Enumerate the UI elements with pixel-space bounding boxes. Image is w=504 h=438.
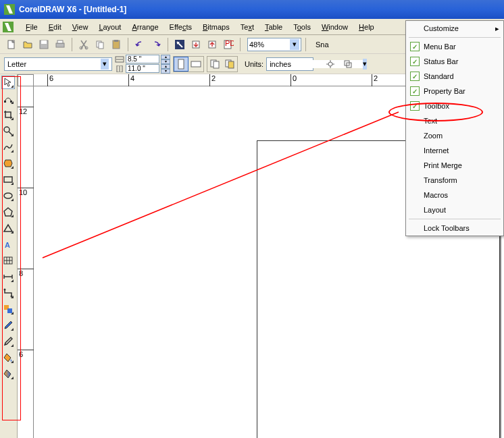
context-menu-bar[interactable]: ✓Menu Bar: [406, 39, 503, 54]
fill-tool[interactable]: [1, 351, 15, 364]
menu-window[interactable]: Window: [316, 21, 353, 33]
interactive-tool[interactable]: [1, 302, 15, 316]
context-status-bar[interactable]: ✓Status Bar: [406, 54, 503, 69]
app-icon: [4, 4, 15, 15]
menu-text[interactable]: Text: [235, 21, 259, 33]
open-button[interactable]: [20, 37, 35, 52]
context-text[interactable]: Text: [406, 113, 503, 128]
table-tool[interactable]: [1, 254, 15, 267]
menu-help[interactable]: Help: [353, 21, 380, 33]
basic-shapes-tool[interactable]: [1, 221, 15, 235]
context-zoom[interactable]: Zoom: [406, 128, 503, 143]
current-page-button[interactable]: [222, 57, 237, 72]
page-height-input[interactable]: [126, 64, 159, 73]
page-width-input[interactable]: [126, 55, 159, 63]
zoom-dropdown-arrow[interactable]: ▾: [290, 39, 299, 50]
zoom-combo[interactable]: ▾: [247, 38, 301, 51]
width-spinner[interactable]: ▴▾: [161, 55, 170, 63]
svg-rect-18: [178, 59, 184, 69]
vertical-ruler[interactable]: 12 10 8 6: [18, 86, 34, 438]
smart-fill-tool[interactable]: [1, 157, 15, 170]
ruler-v-tick: 10: [18, 188, 34, 196]
menu-view[interactable]: View: [67, 21, 94, 33]
units-combo[interactable]: ▾: [266, 57, 313, 71]
menu-layout[interactable]: Layout: [93, 21, 126, 33]
eyedropper-tool[interactable]: [1, 319, 15, 332]
cut-button[interactable]: [76, 37, 91, 52]
paste-button[interactable]: [109, 37, 124, 52]
context-toolbox[interactable]: ✓Toolbox: [406, 99, 503, 113]
duplicate-distance-button[interactable]: [341, 57, 355, 72]
context-lock-toolbars[interactable]: Lock Toolbars: [406, 221, 503, 236]
zoom-input[interactable]: [249, 40, 290, 49]
page-apply-group: [207, 56, 238, 72]
dimension-tool[interactable]: [1, 270, 15, 283]
menu-effects[interactable]: Effects: [164, 21, 197, 33]
context-transform[interactable]: Transform: [406, 173, 503, 188]
cm-label: Toolbox: [424, 102, 449, 110]
cm-label: Menu Bar: [424, 43, 456, 51]
freehand-tool[interactable]: [1, 140, 15, 154]
menu-tools[interactable]: Tools: [288, 21, 316, 33]
paper-dropdown-arrow[interactable]: ▾: [101, 59, 109, 70]
context-customize[interactable]: Customize ▸: [406, 21, 503, 36]
svg-point-38: [5, 344, 6, 345]
zoom-tool[interactable]: [1, 124, 15, 138]
svg-rect-10: [114, 40, 118, 42]
pick-tool[interactable]: [1, 76, 15, 89]
text-tool[interactable]: A: [1, 238, 15, 251]
polygon-tool[interactable]: [1, 205, 15, 219]
check-icon: ✓: [410, 57, 420, 66]
toolbox: A: [0, 74, 18, 438]
outline-tool[interactable]: [1, 335, 15, 348]
cm-label: Text: [424, 117, 437, 125]
interactive-fill-tool[interactable]: [1, 367, 15, 381]
landscape-button[interactable]: [188, 57, 203, 72]
menu-file[interactable]: File: [20, 21, 43, 33]
svg-rect-30: [4, 177, 12, 182]
publish-pdf-button[interactable]: PDF: [221, 37, 236, 52]
all-pages-button[interactable]: [207, 57, 222, 72]
context-macros[interactable]: Macros: [406, 188, 503, 202]
cm-label: Lock Toolbars: [424, 224, 470, 232]
copy-button[interactable]: [93, 37, 107, 52]
cm-label: Macros: [424, 191, 448, 199]
context-layout[interactable]: Layout: [406, 202, 503, 217]
portrait-button[interactable]: [174, 57, 188, 72]
svg-rect-2: [41, 40, 47, 44]
menu-bitmaps[interactable]: Bitmaps: [197, 21, 235, 33]
cm-label: Property Bar: [424, 87, 465, 95]
width-icon: [115, 56, 124, 63]
menu-edit[interactable]: Edit: [43, 21, 67, 33]
redo-button[interactable]: [149, 37, 163, 52]
export-button[interactable]: [205, 37, 220, 52]
ruler-corner[interactable]: [18, 74, 34, 86]
paper-size-combo[interactable]: ▾: [4, 57, 112, 71]
ellipse-tool[interactable]: [1, 189, 15, 202]
height-spinner[interactable]: ▴▾: [161, 64, 170, 73]
context-print-merge[interactable]: Print Merge: [406, 158, 503, 173]
nudge-button[interactable]: [323, 57, 338, 72]
svg-rect-8: [99, 43, 103, 49]
menu-arrange[interactable]: Arrange: [126, 21, 163, 33]
rectangle-tool[interactable]: [1, 173, 15, 186]
orientation-group: [173, 56, 204, 72]
svg-rect-21: [213, 61, 219, 68]
crop-tool[interactable]: [1, 108, 15, 121]
context-property-bar[interactable]: ✓Property Bar: [406, 84, 503, 99]
print-button[interactable]: [53, 37, 68, 52]
ruler-h-tick: 6: [47, 74, 53, 86]
context-standard[interactable]: ✓Standard: [406, 69, 503, 84]
menu-table[interactable]: Table: [259, 21, 288, 33]
paper-size-input[interactable]: [7, 60, 101, 68]
import-button[interactable]: [188, 37, 203, 52]
connector-tool[interactable]: [1, 286, 15, 300]
new-button[interactable]: [4, 37, 19, 52]
undo-button[interactable]: [132, 37, 147, 52]
save-button[interactable]: [36, 37, 51, 52]
context-internet[interactable]: Internet: [406, 143, 503, 158]
search-button[interactable]: [172, 37, 187, 52]
cm-label: Internet: [424, 146, 449, 155]
shape-tool[interactable]: [1, 92, 15, 105]
units-dropdown-arrow[interactable]: ▾: [363, 59, 367, 70]
